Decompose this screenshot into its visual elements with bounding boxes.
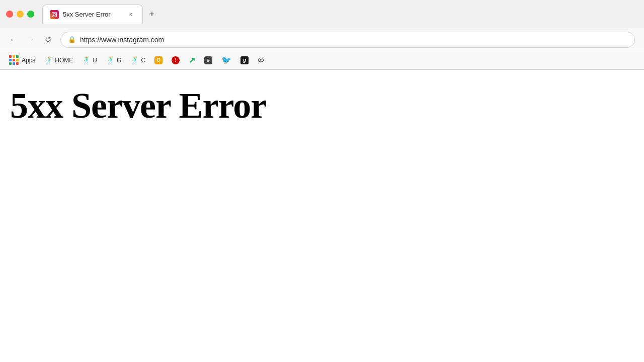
reload-button[interactable]: ↺ (40, 32, 55, 47)
bookmark-u[interactable]: 🕺 U (78, 55, 101, 66)
maximize-window-button[interactable] (27, 11, 34, 18)
apps-grid-icon (9, 55, 19, 65)
hash-icon: # (204, 56, 212, 64)
bookmark-infinity[interactable]: ∞ (254, 53, 268, 67)
trend-icon: ↗ (189, 55, 195, 65)
infinity-icon: ∞ (258, 55, 264, 65)
alert-icon: ! (172, 56, 180, 64)
tab-favicon (50, 10, 59, 19)
bookmark-grammarly[interactable]: g (236, 55, 253, 66)
bookmark-c[interactable]: 🕺 C (126, 55, 149, 66)
title-bar: 5xx Server Error × + (0, 0, 644, 28)
lock-icon: 🔒 (68, 36, 76, 43)
svg-rect-0 (50, 10, 59, 19)
bookmark-g[interactable]: 🕺 G (102, 55, 125, 66)
twitter-icon: 🐦 (221, 55, 231, 65)
grammarly-icon: g (240, 56, 249, 64)
window-controls (6, 11, 34, 18)
bookmark-hash[interactable]: # (200, 55, 216, 66)
new-tab-button[interactable]: + (145, 7, 159, 21)
close-window-button[interactable] (6, 11, 13, 18)
home-favicon: 🕺 (44, 56, 53, 64)
home-label: HOME (55, 57, 73, 64)
address-bar[interactable]: 🔒 https://www.instagram.com (60, 32, 635, 48)
svg-point-3 (56, 12, 57, 13)
minimize-window-button[interactable] (17, 11, 24, 18)
browser-chrome: 5xx Server Error × + ← → ↺ 🔒 https://www… (0, 0, 644, 70)
bookmark-alert[interactable]: ! (168, 55, 184, 66)
tab-bar: 5xx Server Error × + (42, 5, 638, 24)
nav-bar: ← → ↺ 🔒 https://www.instagram.com (0, 28, 644, 51)
qr-icon: O (154, 56, 163, 64)
c-label: C (141, 57, 145, 64)
apps-label: Apps (22, 57, 35, 64)
bookmark-apps[interactable]: Apps (5, 54, 39, 66)
bookmark-qr[interactable]: O (150, 55, 167, 66)
back-icon: ← (10, 35, 18, 44)
bookmarks-bar: Apps 🕺 HOME 🕺 U 🕺 G 🕺 C O ! (0, 51, 644, 69)
page-content: 5xx Server Error (0, 70, 644, 362)
error-heading: 5xx Server Error (10, 85, 634, 127)
g-label: G (117, 57, 121, 64)
reload-icon: ↺ (45, 35, 51, 44)
u-favicon: 🕺 (82, 56, 91, 64)
bookmark-home[interactable]: 🕺 HOME (40, 55, 77, 66)
url-text: https://www.instagram.com (80, 36, 627, 44)
tab-close-button[interactable]: × (126, 10, 135, 19)
u-label: U (93, 57, 97, 64)
g-favicon: 🕺 (106, 56, 115, 64)
forward-button[interactable]: → (23, 32, 38, 47)
active-tab[interactable]: 5xx Server Error × (42, 5, 143, 24)
bookmark-twitter[interactable]: 🐦 (217, 54, 235, 66)
tab-title: 5xx Server Error (63, 11, 122, 18)
c-favicon: 🕺 (130, 56, 139, 64)
forward-icon: → (27, 35, 35, 44)
bookmark-trend[interactable]: ↗ (185, 54, 199, 66)
back-button[interactable]: ← (6, 32, 21, 47)
